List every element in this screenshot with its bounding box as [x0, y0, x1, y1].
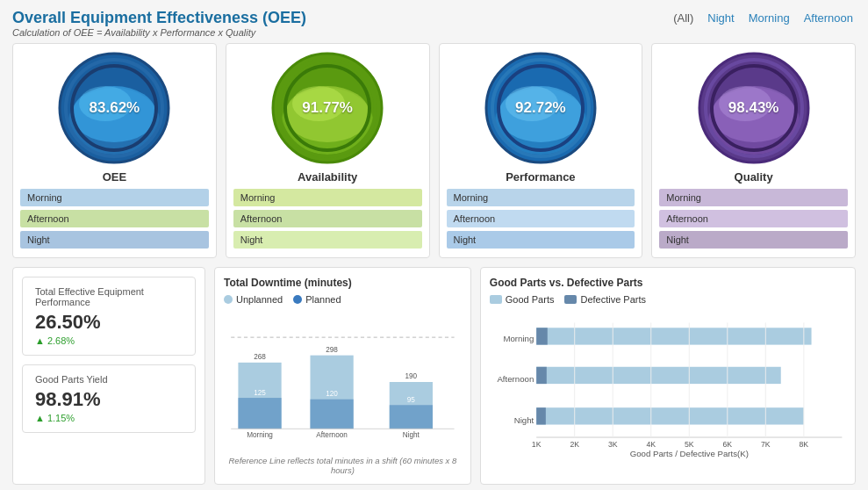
svg-text:190: 190	[405, 372, 418, 380]
oee-gauge: 83.62%	[57, 51, 171, 165]
perf-gauge: 92.72%	[484, 51, 598, 165]
defective-morning	[536, 328, 548, 344]
goodparts-panel: Good Parts vs. Defective Parts Good Part…	[480, 267, 856, 485]
dashboard: Overall Equipment Effectiveness (OEE) Ca…	[0, 0, 868, 490]
kpi-section: 83.62% OEE Morning Afternoon Night	[12, 43, 856, 258]
qual-afternoon[interactable]: Afternoon	[659, 210, 848, 227]
svg-text:6K: 6K	[722, 440, 732, 449]
svg-text:7K: 7K	[761, 440, 771, 449]
kpi-oee: 83.62% OEE Morning Afternoon Night	[12, 43, 217, 258]
svg-text:5K: 5K	[685, 440, 694, 449]
filter-afternoon[interactable]: Afternoon	[801, 11, 856, 25]
avail-gauge: 91.77%	[270, 51, 384, 165]
defective-rect	[564, 295, 577, 304]
perf-morning[interactable]: Morning	[447, 189, 635, 206]
qual-value: 98.43%	[728, 99, 779, 117]
bar-afternoon-planned	[310, 400, 353, 429]
filter-morning[interactable]: Morning	[746, 11, 793, 25]
oee-shifts: Morning Afternoon Night	[20, 189, 209, 249]
downtime-legend: Unplanned Planned	[224, 294, 462, 305]
teep-label-1: Total Effective Equipment Performance	[35, 286, 183, 307]
legend-planned: Planned	[293, 294, 341, 305]
defective-afternoon	[536, 367, 547, 384]
goodparts-chart: Morning Afternoon Night	[490, 312, 846, 452]
avail-shifts: Morning Afternoon Night	[233, 189, 422, 249]
avail-afternoon[interactable]: Afternoon	[233, 210, 422, 227]
bar-morning-planned	[238, 398, 281, 429]
teep-delta-2: ▲ 1.15%	[35, 413, 183, 423]
teep-metric-2: Good Parts Yield 98.91% ▲ 1.15%	[22, 364, 196, 433]
legend-good: Good Parts	[490, 294, 555, 305]
avail-night[interactable]: Night	[233, 231, 422, 249]
subtitle: Calculation of OEE = Availability x Perf…	[12, 27, 306, 38]
good-morning	[536, 328, 811, 344]
qual-night[interactable]: Night	[659, 231, 848, 249]
filter-tabs: (All) Night Morning Afternoon	[671, 11, 856, 25]
teep-metric-1: Total Effective Equipment Performance 26…	[22, 277, 196, 356]
qual-shifts: Morning Afternoon Night	[659, 189, 848, 249]
downtime-panel: Total Downtime (minutes) Unplanned Plann…	[214, 267, 471, 485]
svg-text:8K: 8K	[799, 440, 808, 449]
svg-text:Morning: Morning	[247, 431, 273, 439]
svg-text:268: 268	[254, 353, 266, 361]
downtime-note: Reference Line reflects total minutes in…	[224, 456, 462, 475]
defective-night	[536, 407, 546, 424]
avail-value: 91.77%	[302, 99, 353, 117]
perf-label: Performance	[506, 170, 575, 184]
teep-label-2: Good Parts Yield	[35, 374, 183, 385]
bar-night-planned	[390, 405, 433, 429]
good-afternoon	[536, 367, 781, 384]
planned-label: Planned	[305, 294, 341, 305]
header-left: Overall Equipment Effectiveness (OEE) Ca…	[12, 9, 306, 38]
teep-value-1: 26.50%	[35, 311, 183, 334]
qual-gauge: 98.43%	[697, 51, 811, 165]
svg-text:3K: 3K	[608, 440, 618, 449]
avail-label: Availability	[298, 170, 357, 184]
svg-text:1K: 1K	[532, 440, 542, 449]
oee-morning[interactable]: Morning	[20, 189, 209, 206]
qual-morning[interactable]: Morning	[659, 189, 848, 206]
planned-dot	[293, 295, 302, 304]
teep-delta-1: ▲ 2.68%	[35, 335, 183, 346]
perf-night[interactable]: Night	[447, 231, 635, 249]
perf-shifts: Morning Afternoon Night	[447, 189, 635, 249]
svg-text:Morning: Morning	[503, 334, 534, 343]
qual-label: Quality	[735, 170, 773, 184]
svg-text:4K: 4K	[646, 440, 656, 449]
filter-night[interactable]: Night	[705, 11, 736, 25]
oee-night[interactable]: Night	[20, 231, 209, 249]
teep-value-2: 98.91%	[35, 388, 183, 411]
perf-value: 92.72%	[515, 99, 566, 117]
defective-label: Defective Parts	[580, 294, 646, 305]
svg-text:Night: Night	[403, 431, 420, 439]
svg-text:298: 298	[326, 346, 338, 354]
downtime-chart: 268 125 298 120 190 95 Morning	[224, 312, 462, 452]
filter-all[interactable]: (All)	[671, 11, 696, 25]
svg-text:Afternoon: Afternoon	[316, 431, 348, 439]
kpi-quality: 98.43% Quality Morning Afternoon Night	[651, 43, 856, 258]
legend-defective: Defective Parts	[564, 294, 646, 305]
good-rect	[490, 295, 502, 304]
svg-text:Afternoon: Afternoon	[497, 374, 534, 384]
oee-value: 83.62%	[90, 99, 140, 117]
downtime-title: Total Downtime (minutes)	[224, 277, 462, 289]
kpi-availability: 91.77% Availability Morning Afternoon Ni…	[226, 43, 430, 258]
unplanned-dot	[224, 295, 233, 304]
perf-afternoon[interactable]: Afternoon	[447, 210, 635, 227]
header: Overall Equipment Effectiveness (OEE) Ca…	[12, 9, 856, 38]
good-label: Good Parts	[506, 294, 555, 305]
avail-morning[interactable]: Morning	[233, 189, 422, 206]
oee-afternoon[interactable]: Afternoon	[20, 210, 209, 227]
oee-label: OEE	[103, 170, 126, 184]
kpi-performance: 92.72% Performance Morning Afternoon Nig…	[439, 43, 643, 258]
legend-unplanned: Unplanned	[224, 294, 283, 305]
svg-text:Good Parts / Defective Parts(K: Good Parts / Defective Parts(K)	[629, 449, 748, 458]
svg-text:95: 95	[407, 396, 416, 404]
unplanned-label: Unplanned	[236, 294, 283, 305]
goodparts-title: Good Parts vs. Defective Parts	[490, 277, 846, 289]
svg-text:Night: Night	[514, 415, 534, 425]
good-night	[536, 407, 804, 424]
svg-text:120: 120	[326, 390, 338, 398]
bottom-section: Total Effective Equipment Performance 26…	[12, 267, 856, 485]
page-title: Overall Equipment Effectiveness (OEE)	[12, 9, 306, 27]
